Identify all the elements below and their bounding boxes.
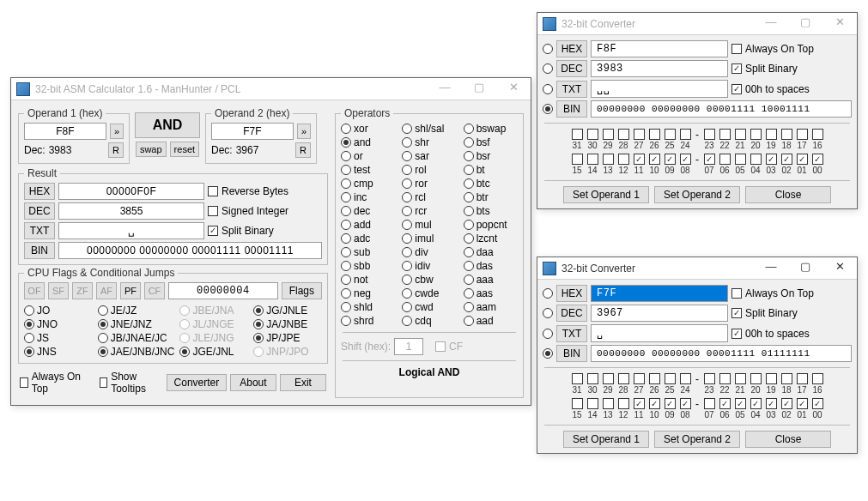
about-button[interactable]: About bbox=[230, 374, 276, 391]
bit-10[interactable] bbox=[649, 154, 660, 165]
bit-24[interactable] bbox=[680, 129, 691, 140]
bit-21[interactable] bbox=[735, 129, 746, 140]
bit-17[interactable] bbox=[797, 373, 808, 384]
conv-bin-input[interactable]: 00000000 00000000 00001111 10001111 bbox=[591, 100, 852, 118]
bit-5[interactable] bbox=[735, 154, 746, 165]
result-bin-label[interactable]: BIN bbox=[24, 242, 55, 259]
conv-check-txt[interactable]: 00h to spaces bbox=[731, 328, 810, 340]
bit-3[interactable] bbox=[766, 398, 777, 409]
operator-btc[interactable]: btc bbox=[464, 178, 518, 190]
jump-jae-jnb-jnc[interactable]: JAE/JNB/JNC bbox=[98, 346, 175, 358]
flag-cf[interactable]: CF bbox=[144, 282, 165, 299]
operator-dec[interactable]: dec bbox=[341, 205, 395, 217]
bit-17[interactable] bbox=[797, 129, 808, 140]
bit-11[interactable] bbox=[634, 154, 645, 165]
bit-13[interactable] bbox=[603, 398, 614, 409]
jump-jns[interactable]: JNS bbox=[24, 346, 93, 358]
operator-cwde[interactable]: cwde bbox=[402, 287, 456, 299]
maximize-button[interactable]: ▢ bbox=[462, 78, 496, 100]
bit-4[interactable] bbox=[750, 398, 762, 409]
close-button[interactable]: Close bbox=[745, 431, 831, 448]
bit-25[interactable] bbox=[665, 373, 676, 384]
always-on-top-checkbox[interactable]: Always On Top bbox=[20, 371, 84, 395]
reset-button[interactable]: reset bbox=[170, 142, 199, 157]
result-bin-value[interactable]: 00000000 00000000 00001111 00001111 bbox=[58, 242, 322, 259]
bit-19[interactable] bbox=[766, 129, 777, 140]
operator-mul[interactable]: mul bbox=[402, 219, 456, 231]
bit-0[interactable] bbox=[812, 398, 823, 409]
conv-txt-label[interactable]: TXT bbox=[556, 325, 587, 342]
conv-check-hex[interactable]: Always On Top bbox=[731, 287, 814, 299]
conv-txt-label[interactable]: TXT bbox=[556, 81, 587, 98]
operator-daa[interactable]: daa bbox=[464, 246, 518, 258]
operand2-reset-button[interactable]: R bbox=[295, 142, 311, 158]
conv-txt-input[interactable]: ␣ bbox=[591, 324, 728, 342]
bit-7[interactable] bbox=[704, 398, 715, 409]
conv-txt-input[interactable]: ␣␣ bbox=[591, 80, 728, 98]
bit-1[interactable] bbox=[797, 154, 808, 165]
bit-30[interactable] bbox=[587, 129, 598, 140]
operator-or[interactable]: or bbox=[341, 150, 395, 162]
jump-ja-jnbe[interactable]: JA/JNBE bbox=[253, 318, 322, 330]
result-dec-value[interactable]: 3855 bbox=[58, 202, 204, 220]
flag-sf[interactable]: SF bbox=[48, 282, 69, 299]
operator-rcr[interactable]: rcr bbox=[402, 205, 456, 217]
operand1-reset-button[interactable]: R bbox=[108, 142, 124, 158]
operator-and[interactable]: and bbox=[341, 136, 395, 148]
operator-shld[interactable]: shld bbox=[341, 301, 395, 313]
operator-cwd[interactable]: cwd bbox=[402, 301, 456, 313]
reverse-bytes-checkbox[interactable]: Reverse Bytes bbox=[208, 185, 288, 197]
bit-26[interactable] bbox=[649, 129, 660, 140]
operator-cdq[interactable]: cdq bbox=[402, 315, 456, 327]
result-hex-label[interactable]: HEX bbox=[24, 183, 55, 200]
bit-16[interactable] bbox=[812, 373, 823, 384]
operator-shl-sal[interactable]: shl/sal bbox=[402, 123, 456, 135]
conv-radio-bin[interactable] bbox=[543, 104, 553, 114]
bit-19[interactable] bbox=[766, 373, 777, 384]
operator-bswap[interactable]: bswap bbox=[464, 123, 518, 135]
result-txt-label[interactable]: TXT bbox=[24, 222, 55, 239]
conv-bin-label[interactable]: BIN bbox=[556, 100, 587, 118]
bit-29[interactable] bbox=[603, 373, 614, 384]
operator-inc[interactable]: inc bbox=[341, 191, 395, 203]
current-operator-button[interactable]: AND bbox=[135, 112, 200, 138]
bit-12[interactable] bbox=[618, 154, 629, 165]
jump-je-jz[interactable]: JE/JZ bbox=[98, 305, 175, 317]
operator-sar[interactable]: sar bbox=[402, 150, 456, 162]
conv-dec-label[interactable]: DEC bbox=[556, 60, 587, 77]
conv-radio-hex[interactable] bbox=[543, 44, 553, 54]
operator-aad[interactable]: aad bbox=[464, 315, 518, 327]
bit-26[interactable] bbox=[649, 373, 660, 384]
result-txt-value[interactable]: ␣ bbox=[58, 222, 204, 239]
bit-31[interactable] bbox=[572, 129, 583, 140]
bit-24[interactable] bbox=[680, 373, 691, 384]
set-operand-2-button[interactable]: Set Operand 2 bbox=[654, 431, 740, 448]
operator-rcl[interactable]: rcl bbox=[402, 191, 456, 203]
jump-jne-jnz[interactable]: JNE/JNZ bbox=[98, 318, 175, 330]
operator-shrd[interactable]: shrd bbox=[341, 315, 395, 327]
swap-button[interactable]: swap bbox=[136, 142, 167, 157]
jump-jno[interactable]: JNO bbox=[24, 318, 93, 330]
flag-pf[interactable]: PF bbox=[120, 282, 141, 299]
flag-af[interactable]: AF bbox=[96, 282, 117, 299]
operator-bsf[interactable]: bsf bbox=[464, 136, 518, 148]
calc-titlebar[interactable]: 32-bit ASM Calculator 1.6 - ManHunter / … bbox=[11, 78, 531, 100]
conv-dec-input[interactable]: 3967 bbox=[591, 305, 728, 322]
bit-18[interactable] bbox=[781, 129, 792, 140]
bit-14[interactable] bbox=[587, 398, 598, 409]
bit-12[interactable] bbox=[618, 398, 629, 409]
conv-dec-label[interactable]: DEC bbox=[556, 305, 587, 322]
conv-radio-txt[interactable] bbox=[543, 329, 553, 339]
bit-6[interactable] bbox=[719, 154, 731, 165]
bit-23[interactable] bbox=[704, 129, 715, 140]
jump-jl-jnge[interactable]: JL/JNGE bbox=[179, 318, 248, 330]
set-operand-1-button[interactable]: Set Operand 1 bbox=[563, 431, 649, 448]
close-button[interactable]: Close bbox=[745, 186, 831, 203]
bit-27[interactable] bbox=[634, 373, 645, 384]
close-button[interactable]: ✕ bbox=[822, 13, 857, 35]
jump-jb-jnae-jc[interactable]: JB/JNAE/JC bbox=[98, 332, 175, 344]
bit-15[interactable] bbox=[572, 154, 583, 165]
conv-bin-input[interactable]: 00000000 00000000 00001111 01111111 bbox=[591, 345, 852, 362]
bit-7[interactable] bbox=[704, 154, 715, 165]
flag-zf[interactable]: ZF bbox=[72, 282, 93, 299]
